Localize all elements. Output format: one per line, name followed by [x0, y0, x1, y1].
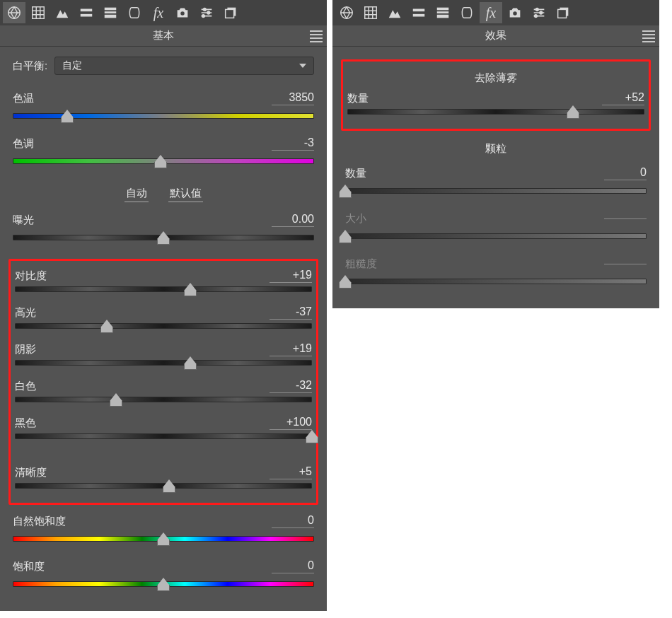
layers-icon[interactable]: [219, 2, 242, 23]
svg-rect-3: [81, 14, 93, 17]
shadows-slider[interactable]: [15, 358, 312, 368]
panel-menu-icon[interactable]: [642, 30, 655, 42]
tint-slider[interactable]: [13, 157, 314, 167]
svg-rect-1: [33, 7, 45, 19]
aperture-icon[interactable]: [3, 2, 25, 23]
default-button[interactable]: 默认值: [168, 187, 203, 202]
saturation-value[interactable]: 0: [272, 559, 314, 573]
clarity-value[interactable]: +5: [270, 465, 312, 479]
exposure-slider[interactable]: [13, 233, 314, 243]
svg-point-7: [180, 11, 185, 16]
blacks-thumb[interactable]: [306, 435, 318, 445]
white-balance-label: 白平衡:: [13, 59, 47, 73]
svg-rect-6: [105, 15, 117, 18]
tint-value[interactable]: -3: [272, 136, 314, 151]
svg-rect-25: [558, 9, 567, 18]
tint-thumb[interactable]: [154, 160, 167, 170]
grain-amount-slider[interactable]: [345, 187, 647, 197]
temp-slider[interactable]: [13, 112, 314, 122]
stack-icon[interactable]: [431, 2, 454, 23]
lens-icon[interactable]: [123, 2, 146, 23]
bars-icon[interactable]: [407, 2, 430, 23]
dehaze-amount-value[interactable]: +52: [602, 91, 644, 105]
clarity-slider[interactable]: [15, 482, 312, 491]
sliders-icon[interactable]: [528, 2, 550, 23]
highlights-row: 高光 -37: [15, 303, 312, 322]
vibrance-value[interactable]: 0: [272, 514, 314, 528]
grid-icon[interactable]: [359, 2, 382, 23]
white-balance-select[interactable]: 自定: [54, 57, 314, 75]
grid-icon[interactable]: [27, 2, 50, 23]
grain-size-thumb[interactable]: [339, 235, 352, 245]
grain-amount-value[interactable]: 0: [604, 166, 647, 180]
saturation-label: 饱和度: [13, 560, 45, 573]
svg-point-21: [535, 8, 538, 11]
grain-size-value: [604, 218, 647, 219]
shadows-value[interactable]: +19: [270, 342, 312, 356]
svg-rect-4: [105, 8, 117, 11]
saturation-row: 饱和度 0: [13, 557, 314, 576]
blacks-label: 黑色: [15, 416, 36, 430]
sliders-icon[interactable]: [195, 2, 218, 23]
grain-amount-thumb[interactable]: [339, 190, 352, 199]
grain-rough-thumb[interactable]: [339, 280, 352, 290]
shadows-label: 阴影: [15, 343, 36, 356]
svg-point-23: [535, 15, 538, 18]
grain-size-slider[interactable]: [345, 232, 647, 242]
temp-thumb[interactable]: [61, 115, 74, 124]
temp-label: 色温: [13, 92, 34, 105]
temp-value[interactable]: 3850: [272, 91, 314, 105]
highlights-slider[interactable]: [15, 322, 312, 332]
vibrance-row: 自然饱和度 0: [13, 512, 314, 530]
saturation-slider[interactable]: [13, 580, 314, 590]
mountains-icon[interactable]: [383, 2, 406, 23]
tint-row: 色调 -3: [13, 134, 314, 153]
fx-icon[interactable]: fx: [480, 2, 502, 23]
grain-rough-label: 粗糙度: [345, 257, 377, 271]
effects-panel: fx 效果 去除薄雾 数量 +52: [332, 0, 659, 308]
highlights-thumb[interactable]: [100, 325, 113, 334]
contrast-thumb[interactable]: [184, 288, 197, 298]
clarity-thumb[interactable]: [163, 484, 175, 494]
lens-icon[interactable]: [456, 2, 478, 23]
blacks-value[interactable]: +100: [270, 416, 312, 430]
whites-thumb[interactable]: [110, 398, 122, 408]
dehaze-amount-thumb[interactable]: [567, 110, 579, 120]
camera-icon[interactable]: [171, 2, 194, 23]
layers-icon[interactable]: [552, 2, 574, 23]
panel-menu-icon[interactable]: [310, 30, 323, 42]
panel-title-text: 效果: [485, 29, 506, 42]
whites-value[interactable]: -32: [270, 379, 312, 393]
grain-size-label: 大小: [345, 212, 366, 226]
highlights-label: 高光: [15, 306, 36, 320]
fx-icon[interactable]: fx: [147, 2, 170, 23]
svg-rect-2: [81, 9, 93, 12]
dehaze-amount-slider[interactable]: [347, 107, 644, 117]
dehaze-amount-label: 数量: [347, 92, 369, 105]
tone-group-highlight: 对比度 +19 高光 -37 阴影 +19: [8, 259, 318, 505]
white-balance-value: 自定: [62, 59, 82, 72]
exposure-thumb[interactable]: [157, 236, 170, 246]
camera-icon[interactable]: [504, 2, 526, 23]
contrast-value[interactable]: +19: [270, 269, 312, 283]
auto-button[interactable]: 自动: [124, 187, 149, 202]
contrast-slider[interactable]: [15, 285, 312, 295]
whites-slider[interactable]: [15, 395, 312, 405]
bars-icon[interactable]: [75, 2, 98, 23]
mountains-icon[interactable]: [51, 2, 74, 23]
exposure-row: 曝光 0.00: [13, 211, 314, 229]
shadows-thumb[interactable]: [184, 361, 197, 371]
saturation-thumb[interactable]: [157, 583, 170, 593]
grain-rough-slider[interactable]: [345, 277, 647, 287]
grain-amount-label: 数量: [345, 167, 366, 180]
vibrance-slider[interactable]: [13, 535, 314, 544]
svg-point-8: [203, 8, 206, 11]
vibrance-thumb[interactable]: [157, 537, 170, 547]
svg-point-20: [513, 11, 517, 16]
exposure-value[interactable]: 0.00: [272, 213, 314, 227]
stack-icon[interactable]: [99, 2, 122, 23]
highlights-value[interactable]: -37: [270, 305, 312, 320]
aperture-icon[interactable]: [335, 2, 358, 23]
blacks-slider[interactable]: [15, 432, 312, 442]
grain-amount-row: 数量 0: [345, 164, 647, 182]
